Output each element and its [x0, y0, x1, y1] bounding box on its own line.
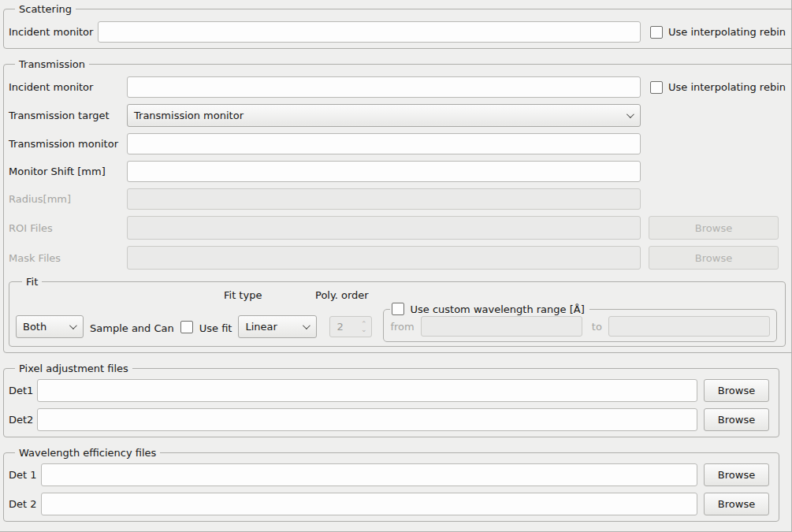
scattering-group-title: Scattering — [15, 3, 76, 15]
scattering-incident-monitor-input[interactable] — [98, 21, 641, 43]
use-custom-wavelength-range-label: Use custom wavelength range [Å] — [410, 303, 584, 315]
use-fit-checkbox[interactable] — [180, 321, 193, 333]
wavelength-det1-browse-button[interactable]: Browse — [704, 463, 769, 486]
mask-files-label: Mask Files — [9, 252, 127, 264]
transmission-interpolating-rebin-checkbox[interactable] — [650, 81, 663, 94]
wavelength-to-input — [608, 316, 770, 337]
chevron-down-icon — [69, 322, 77, 329]
custom-wavelength-range-group: Use custom wavelength range [Å] from to — [383, 303, 777, 342]
fit-type-header: Fit type — [224, 289, 303, 301]
scattering-incident-monitor-label: Incident monitor — [9, 26, 98, 38]
poly-order-header: Poly. order — [315, 289, 369, 301]
wavelength-det1-label: Det 1 — [9, 469, 41, 481]
wavelength-det2-label: Det 2 — [9, 498, 41, 510]
transmission-monitor-label: Transmission monitor — [9, 138, 127, 150]
radius-input — [127, 188, 641, 210]
spinner-down-icon: ⌄ — [361, 327, 367, 333]
spinner-arrows-icon: ⌃ ⌄ — [361, 322, 367, 333]
pixel-det2-input[interactable] — [37, 408, 697, 431]
fit-scope-selected-value: Both — [23, 321, 46, 333]
transmission-group-title: Transmission — [15, 58, 89, 70]
monitor-shift-input[interactable] — [127, 161, 641, 182]
chevron-down-icon — [627, 110, 634, 118]
radius-label: Radius[mm] — [9, 193, 127, 205]
transmission-monitor-input[interactable] — [127, 133, 641, 154]
wavelength-det1-input[interactable] — [41, 463, 697, 486]
pixel-det1-label: Det1 — [9, 385, 37, 396]
pixel-det2-browse-button[interactable]: Browse — [704, 408, 769, 431]
transmission-target-select[interactable]: Transmission monitor — [127, 104, 641, 127]
scattering-interpolating-rebin-label: Use interpolating rebin — [668, 26, 786, 38]
scattering-interpolating-rebin-checkbox[interactable] — [650, 26, 663, 39]
wavelength-det1-row: Det 1 Browse — [9, 463, 769, 486]
wavelength-from-input — [421, 316, 582, 337]
wavelength-det2-input[interactable] — [41, 493, 697, 515]
mask-files-browse-button: Browse — [649, 246, 779, 270]
transmission-incident-monitor-input[interactable] — [127, 76, 641, 98]
transmission-interpolating-rebin-label: Use interpolating rebin — [668, 81, 786, 93]
pixel-adjustment-group: Pixel adjustment files Det1 Browse Det2 … — [3, 363, 779, 437]
monitor-shift-label: Monitor Shift [mm] — [9, 166, 127, 177]
mask-files-input — [127, 246, 641, 270]
settings-panel: Scattering Incident monitor Use interpol… — [0, 0, 792, 532]
fit-scope-select[interactable]: Both — [16, 315, 84, 338]
fit-type-selected-value: Linear — [245, 321, 277, 333]
fit-group: Fit Fit type Poly. order Both Sample and… — [9, 276, 786, 347]
transmission-group: Transmission Incident monitor Use interp… — [3, 58, 792, 353]
sample-and-can-label: Sample and Can — [90, 322, 174, 334]
transmission-target-label: Transmission target — [9, 110, 127, 121]
scattering-group: Scattering Incident monitor Use interpol… — [3, 3, 792, 49]
pixel-det2-label: Det2 — [9, 414, 37, 426]
pixel-det1-row: Det1 Browse — [9, 379, 769, 402]
use-fit-label: Use fit — [199, 322, 232, 334]
chevron-down-icon — [303, 322, 310, 329]
poly-order-spinner: 2 ⌃ ⌄ — [329, 316, 372, 337]
poly-order-value: 2 — [337, 321, 343, 333]
pixel-det1-input[interactable] — [37, 379, 697, 402]
wavelength-to-label: to — [592, 321, 602, 333]
wavelength-efficiency-group: Wavelength efficiency files Det 1 Browse… — [3, 447, 779, 522]
wavelength-efficiency-group-title: Wavelength efficiency files — [15, 447, 160, 459]
transmission-target-selected-value: Transmission monitor — [134, 110, 244, 121]
roi-files-browse-button: Browse — [649, 216, 779, 240]
wavelength-det2-row: Det 2 Browse — [9, 493, 769, 515]
fit-group-title: Fit — [22, 276, 42, 288]
fit-type-select[interactable]: Linear — [238, 315, 317, 338]
pixel-det1-browse-button[interactable]: Browse — [704, 379, 769, 402]
pixel-det2-row: Det2 Browse — [9, 408, 769, 431]
pixel-adjustment-group-title: Pixel adjustment files — [15, 363, 132, 374]
wavelength-from-label: from — [390, 321, 414, 333]
roi-files-input — [127, 216, 641, 240]
transmission-incident-monitor-label: Incident monitor — [9, 81, 127, 93]
use-custom-wavelength-range-checkbox[interactable] — [392, 303, 404, 315]
roi-files-label: ROI Files — [9, 222, 127, 234]
wavelength-det2-browse-button[interactable]: Browse — [704, 493, 769, 515]
